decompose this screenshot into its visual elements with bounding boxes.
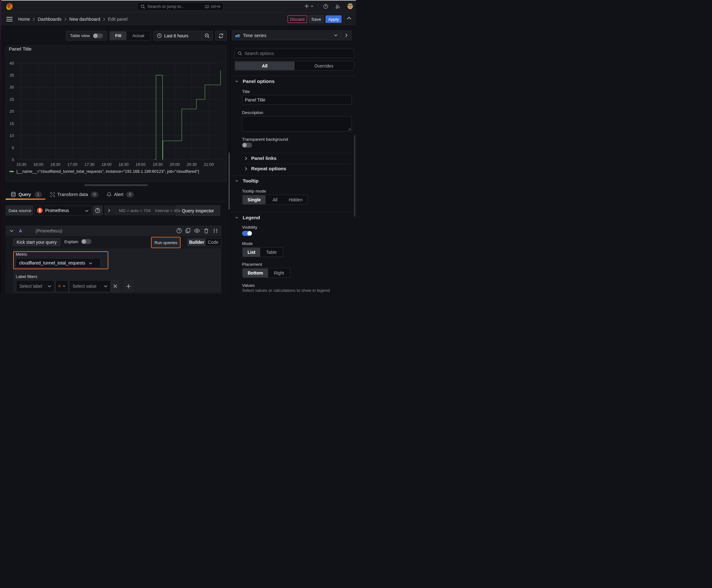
svg-text:18:00: 18:00: [102, 162, 111, 167]
svg-text:25: 25: [9, 97, 14, 102]
svg-text:5: 5: [12, 145, 14, 150]
svg-text:21:00: 21:00: [204, 162, 214, 167]
svg-text:15:30: 15:30: [16, 162, 26, 167]
svg-text:10: 10: [9, 133, 14, 138]
svg-text:0: 0: [12, 158, 14, 162]
svg-text:16:00: 16:00: [33, 162, 43, 167]
svg-text:19:30: 19:30: [153, 162, 163, 167]
svg-text:20: 20: [9, 109, 14, 114]
svg-text:35: 35: [9, 73, 14, 78]
svg-text:19:00: 19:00: [136, 162, 146, 167]
svg-text:17:00: 17:00: [67, 162, 78, 167]
svg-text:17:30: 17:30: [84, 162, 94, 167]
svg-text:20:00: 20:00: [170, 162, 179, 167]
svg-text:20:30: 20:30: [187, 162, 197, 167]
svg-text:15: 15: [9, 121, 14, 126]
svg-text:18:30: 18:30: [118, 162, 128, 167]
svg-text:16:30: 16:30: [50, 162, 60, 167]
svg-text:30: 30: [9, 85, 14, 89]
svg-text:40: 40: [9, 61, 14, 66]
